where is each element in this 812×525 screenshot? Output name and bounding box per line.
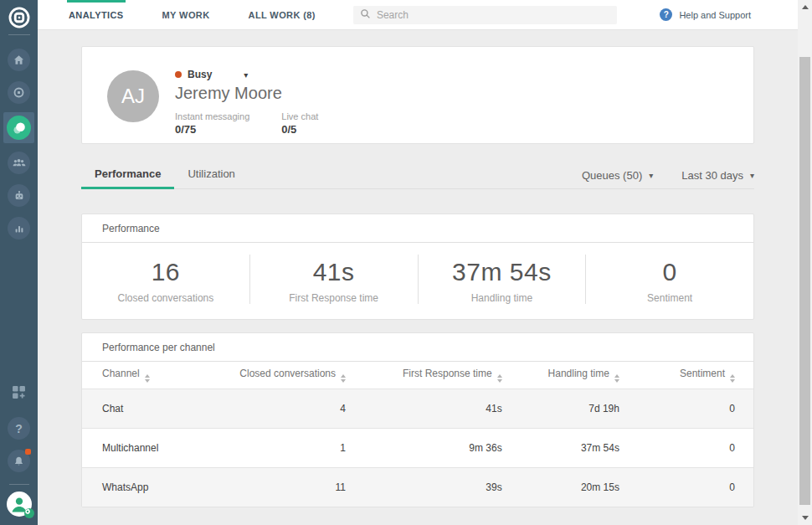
cell-closed-conversations: 1: [239, 428, 364, 467]
queues-filter-label: Queues (50): [582, 169, 642, 182]
sidebar-item-analytics[interactable]: [8, 217, 30, 239]
column-label: Handling time: [548, 368, 609, 379]
cell-first-response-time: 41s: [364, 389, 521, 428]
agent-profile-card: AJ Busy ▾ Jeremy Moore Instant messaging…: [81, 46, 754, 144]
sidebar-item-moments[interactable]: [8, 81, 30, 104]
tab-all-work[interactable]: ALL WORK (8): [247, 0, 317, 30]
performance-per-channel-card: Performance per channel Channel Closed c…: [81, 332, 754, 507]
tab-analytics[interactable]: ANALYTICS: [67, 0, 126, 30]
filters: Queues (50) ▾ Last 30 days ▾: [553, 169, 754, 182]
column-header-channel[interactable]: Channel: [82, 362, 239, 389]
stat-closed-conversations: 16 Closed conversations: [82, 255, 249, 304]
stat-first-response-time: 41s First Response time: [249, 255, 418, 304]
cell-channel: Multichannel: [82, 428, 239, 467]
scroll-up-button[interactable]: [798, 1, 812, 13]
stat-handling-time: 37m 54s Handling time: [418, 255, 586, 304]
stat-value: 0: [586, 258, 753, 286]
view-tabbar: Performance Utilization Queues (50) ▾ La…: [81, 159, 754, 189]
sort-icon: [730, 374, 735, 383]
people-icon: [12, 156, 26, 170]
date-range-label: Last 30 days: [681, 169, 743, 182]
sidebar: ?: [0, 0, 38, 525]
sidebar-item-help[interactable]: ?: [8, 417, 30, 440]
brand-logo-icon[interactable]: [8, 6, 31, 29]
search-input[interactable]: [377, 9, 610, 21]
column-label: Channel: [102, 368, 140, 379]
search-icon: [360, 8, 371, 23]
sidebar-item-chatbot[interactable]: [8, 184, 30, 207]
tab-performance-label: Performance: [95, 167, 161, 180]
cell-sentiment: 0: [638, 389, 753, 428]
sidebar-item-home[interactable]: [8, 49, 30, 71]
channel-table: Channel Closed conversations First Respo…: [82, 362, 753, 507]
question-icon: ?: [15, 422, 23, 435]
agent-status: Busy: [188, 69, 212, 80]
scroll-down-button[interactable]: [798, 512, 812, 524]
capacity-metrics: Instant messaging 0/75 Live chat 0/5: [175, 111, 350, 136]
cell-handling-time: 20m 15s: [521, 467, 638, 507]
tab-my-work-label: MY WORK: [162, 10, 210, 20]
performance-card: Performance 16 Closed conversations 41s …: [81, 214, 754, 320]
stat-value: 16: [82, 258, 249, 286]
vertical-scrollbar[interactable]: [798, 0, 812, 525]
status-dropdown-caret-icon[interactable]: ▾: [244, 70, 248, 80]
notification-badge: [25, 449, 31, 455]
performance-card-title: Performance: [82, 214, 753, 243]
table-header-row: Channel Closed conversations First Respo…: [82, 362, 753, 389]
cell-channel: WhatsApp: [82, 467, 239, 507]
column-header-sentiment[interactable]: Sentiment: [638, 362, 753, 389]
channel-table-title: Performance per channel: [82, 333, 753, 362]
workspace-tabs: ANALYTICS MY WORK ALL WORK (8): [49, 0, 335, 30]
column-header-handling-time[interactable]: Handling time: [521, 362, 638, 389]
cell-first-response-time: 39s: [364, 467, 521, 507]
sidebar-divider: [8, 34, 30, 35]
sidebar-item-people[interactable]: [8, 152, 30, 174]
date-range-dropdown[interactable]: Last 30 days ▾: [681, 169, 754, 182]
queues-filter-dropdown[interactable]: Queues (50) ▾: [582, 169, 653, 182]
main-content: AJ Busy ▾ Jeremy Moore Instant messaging…: [38, 30, 798, 525]
search-box[interactable]: [353, 6, 617, 24]
tab-all-work-label: ALL WORK (8): [249, 10, 316, 20]
arrow-down-icon: [802, 516, 809, 520]
table-row-whatsapp: WhatsApp 11 39s 20m 15s 0: [82, 467, 753, 507]
column-label: Closed conversations: [239, 368, 336, 379]
conversations-icon: [7, 116, 31, 140]
sidebar-item-notifications[interactable]: [8, 450, 30, 472]
stat-label: Handling time: [419, 292, 586, 304]
tab-utilization[interactable]: Utilization: [174, 161, 248, 189]
column-header-first-response-time[interactable]: First Response time: [364, 362, 521, 389]
tab-utilization-label: Utilization: [188, 167, 234, 180]
scrollbar-thumb[interactable]: [799, 57, 810, 505]
tab-performance[interactable]: Performance: [81, 161, 174, 189]
chatbot-icon: [13, 189, 26, 203]
table-row-chat: Chat 4 41s 7d 19h 0: [82, 389, 753, 428]
help-and-support-button[interactable]: ? Help and Support: [660, 8, 751, 21]
live-chat-metric: Live chat 0/5: [281, 111, 318, 136]
app-window: ?: [0, 0, 812, 525]
cell-first-response-time: 9m 36s: [364, 428, 521, 467]
tab-analytics-label: ANALYTICS: [69, 10, 124, 20]
column-label: Sentiment: [680, 368, 725, 379]
sidebar-item-account[interactable]: [7, 492, 32, 517]
performance-stats: 16 Closed conversations 41s First Respon…: [82, 243, 753, 319]
agent-avatar: AJ: [107, 70, 159, 122]
metric-value: 0/5: [281, 123, 318, 136]
cell-sentiment: 0: [638, 467, 753, 507]
sidebar-item-conversations[interactable]: [3, 112, 34, 143]
busy-status-icon: [175, 71, 182, 78]
sort-icon: [341, 374, 346, 383]
agent-status-row: Busy ▾: [175, 69, 350, 80]
home-icon: [13, 54, 25, 66]
topbar: ANALYTICS MY WORK ALL WORK (8) ? Help an…: [38, 0, 798, 30]
cell-handling-time: 37m 54s: [521, 428, 638, 467]
instant-messaging-metric: Instant messaging 0/75: [175, 111, 249, 136]
stat-sentiment: 0 Sentiment: [585, 255, 753, 304]
bell-icon: [13, 455, 25, 467]
sidebar-item-apps[interactable]: [10, 383, 28, 404]
column-label: First Response time: [403, 368, 492, 379]
apps-grid-icon: [10, 391, 28, 404]
agent-initials: AJ: [121, 85, 145, 108]
column-header-closed-conversations[interactable]: Closed conversations: [239, 362, 364, 389]
tab-my-work[interactable]: MY WORK: [161, 0, 212, 30]
metric-label: Live chat: [281, 111, 318, 121]
